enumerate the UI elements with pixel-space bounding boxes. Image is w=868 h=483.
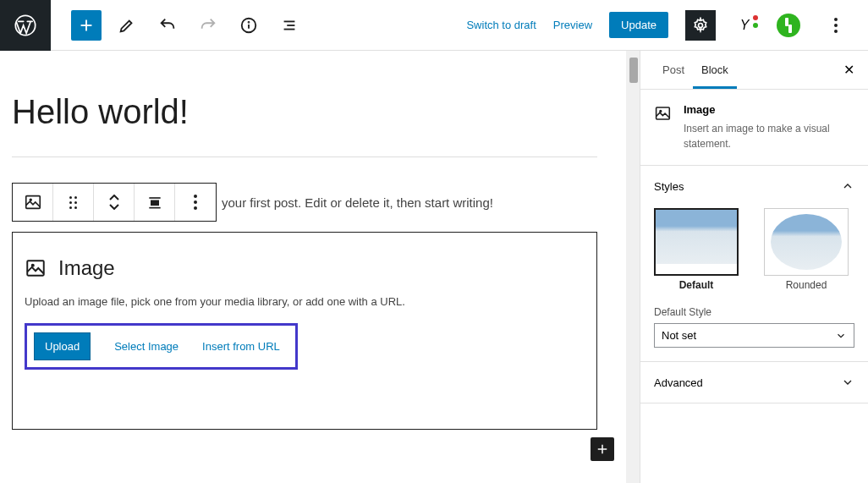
svg-rect-10 [25, 196, 40, 209]
toolbar-right: Switch to draft Preview Update Y [466, 10, 868, 41]
toolbar-left [0, 0, 310, 50]
yoast-icon[interactable]: Y [733, 14, 756, 37]
image-icon [654, 103, 672, 123]
style-rounded[interactable]: Rounded [764, 208, 849, 291]
default-style-label: Default Style [654, 306, 854, 318]
default-style-value: Not set [662, 329, 696, 342]
paragraph-text[interactable]: your first post. Edit or delete it, then… [222, 195, 493, 210]
chevron-down-icon [835, 330, 847, 342]
update-button[interactable]: Update [609, 12, 668, 38]
settings-button[interactable] [685, 10, 716, 41]
editor-canvas: Hello world! [0, 51, 640, 483]
more-options-button[interactable] [821, 10, 851, 41]
styles-panel-toggle[interactable]: Styles [654, 179, 854, 193]
image-block-placeholder[interactable]: Image Upload an image file, pick one fro… [12, 232, 597, 430]
styles-heading: Styles [654, 180, 684, 193]
block-type-icon[interactable] [13, 184, 53, 221]
svg-rect-13 [151, 200, 157, 205]
switch-to-draft-button[interactable]: Switch to draft [466, 19, 536, 31]
block-info-panel: Image Insert an image to make a visual s… [640, 90, 868, 166]
close-sidebar-button[interactable]: ✕ [843, 62, 854, 78]
drag-handle[interactable] [53, 184, 94, 221]
sidebar-tabs: Post Block ✕ [640, 51, 868, 90]
block-info-desc: Insert an image to make a visual stateme… [684, 121, 854, 151]
move-up-down[interactable] [94, 184, 135, 221]
wordpress-logo[interactable] [0, 0, 51, 51]
main-area: Hello world! [0, 51, 868, 483]
block-more-options[interactable] [175, 184, 216, 221]
style-default[interactable]: Default [654, 208, 739, 291]
select-image-button[interactable]: Select Image [114, 340, 179, 353]
svg-rect-15 [27, 261, 44, 275]
style-rounded-label: Rounded [764, 279, 849, 291]
top-toolbar: Switch to draft Preview Update Y [0, 0, 868, 51]
preview-button[interactable]: Preview [553, 19, 592, 31]
outline-button[interactable] [274, 10, 305, 41]
svg-point-20 [660, 111, 662, 113]
block-toolbar [12, 183, 217, 222]
default-style-select[interactable]: Not set [654, 323, 854, 348]
redo-button[interactable] [193, 10, 223, 41]
image-block-title: Image [58, 256, 115, 280]
image-block-description: Upload an image file, pick one from your… [25, 295, 585, 308]
svg-point-11 [30, 199, 31, 200]
info-button[interactable] [233, 10, 264, 41]
upload-button[interactable]: Upload [34, 332, 91, 360]
svg-rect-19 [656, 107, 670, 119]
upload-controls-highlight: Upload Select Image Insert from URL [25, 323, 298, 370]
tab-block[interactable]: Block [693, 51, 737, 89]
align-button[interactable] [135, 184, 175, 221]
svg-point-5 [249, 21, 250, 22]
jetpack-icon[interactable] [773, 10, 804, 41]
tab-post[interactable]: Post [654, 51, 693, 89]
post-title[interactable]: Hello world! [12, 93, 597, 131]
block-info-title: Image [684, 103, 854, 116]
advanced-heading: Advanced [654, 376, 703, 389]
add-block-button[interactable] [71, 10, 102, 41]
advanced-panel: Advanced [640, 362, 868, 403]
style-default-label: Default [654, 279, 739, 291]
chevron-down-icon [841, 376, 854, 389]
styles-panel: Styles Default Rounded Default Style Not… [640, 166, 868, 362]
add-block-fab[interactable] [591, 437, 614, 461]
advanced-panel-toggle[interactable]: Advanced [654, 376, 854, 389]
title-divider [12, 156, 597, 157]
scrollbar[interactable] [626, 51, 640, 483]
edit-mode-button[interactable] [112, 10, 142, 41]
settings-sidebar: Post Block ✕ Image Insert an image to ma… [640, 51, 868, 483]
image-icon [25, 257, 47, 279]
chevron-up-icon [841, 179, 854, 193]
svg-point-9 [699, 23, 703, 27]
svg-point-16 [32, 265, 34, 266]
undo-button[interactable] [152, 10, 183, 41]
insert-from-url-button[interactable]: Insert from URL [202, 340, 280, 353]
